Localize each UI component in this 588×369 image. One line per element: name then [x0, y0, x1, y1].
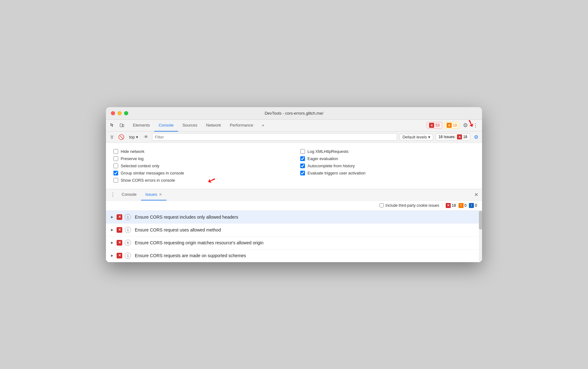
minimize-button[interactable] — [118, 111, 122, 115]
tab-network[interactable]: Network — [202, 120, 226, 132]
log-xhr-label: Log XMLHttpRequests — [307, 149, 349, 154]
issue-title-1: Ensure CORS request uses allowed method — [135, 227, 221, 232]
eye-icon[interactable]: 👁 — [143, 133, 150, 140]
error-icon: ✕ — [429, 123, 434, 128]
issues-error-icon: ✕ — [446, 203, 451, 208]
settings-left: Hide network Preserve log Selected conte… — [113, 148, 288, 184]
eager-eval-row: Eager evaluation — [300, 155, 475, 162]
close-button[interactable] — [111, 111, 115, 115]
selected-context-checkbox[interactable] — [113, 164, 118, 168]
settings-panel: Hide network Preserve log Selected conte… — [106, 143, 482, 189]
preserve-log-checkbox[interactable] — [113, 156, 118, 161]
context-selector[interactable]: top ▾ — [127, 134, 140, 140]
settings-right: Log XMLHttpRequests Eager evaluation Aut… — [300, 148, 475, 184]
clear-console-button[interactable] — [108, 133, 115, 140]
block-network-button[interactable]: 🚫 — [118, 133, 125, 140]
inspect-element-icon[interactable] — [108, 121, 117, 129]
log-xhr-checkbox[interactable] — [300, 149, 305, 154]
group-similar-checkbox[interactable] — [113, 171, 118, 175]
hide-network-label: Hide network — [121, 149, 144, 154]
issue-count-badge-2: 6 — [125, 240, 131, 246]
issues-info-icon: i — [469, 203, 474, 208]
devtools-window: DevTools - cors-errors.glitch.me/ — [106, 107, 482, 262]
issues-count-group: ✕ 18 ! 0 i 0 — [442, 203, 477, 208]
log-xhr-row: Log XMLHttpRequests — [300, 148, 475, 155]
issues-warn-count: ! 0 — [459, 203, 467, 208]
group-similar-row: Group similar messages in console — [113, 169, 288, 177]
errors-badge[interactable]: ✕ 53 — [427, 122, 442, 129]
context-dropdown-icon: ▾ — [136, 135, 138, 139]
show-cors-checkbox[interactable] — [113, 178, 118, 183]
console-settings-button[interactable]: ⚙ — [473, 133, 480, 141]
bottom-tab-issues[interactable]: Issues ✕ — [141, 189, 167, 200]
issue-row-2[interactable]: ▶ ✕ 6 Ensure CORS requesting origin matc… — [106, 236, 482, 249]
issues-filter-bar: Include third-party cookie issues ✕ 18 !… — [106, 200, 482, 211]
eager-eval-checkbox[interactable] — [300, 156, 305, 161]
warning-count: 18 — [453, 123, 457, 127]
issues-error-icon: ✕ — [457, 134, 462, 139]
close-issues-tab-button[interactable]: ✕ — [159, 192, 162, 197]
tab-bar: Elements Console Sources Network Perform… — [106, 120, 482, 132]
autocomplete-row: Autocomplete from history — [300, 162, 475, 169]
issues-button[interactable]: 18 Issues: ✕ 18 — [436, 133, 470, 140]
issue-count-badge-3: 1 — [125, 252, 131, 259]
issues-count: 18 — [463, 135, 467, 139]
autocomplete-checkbox[interactable] — [300, 164, 305, 168]
device-toolbar-icon[interactable] — [118, 121, 126, 129]
bottom-tab-console[interactable]: Console — [117, 189, 141, 200]
preserve-log-label: Preserve log — [121, 156, 144, 161]
cookie-issues-checkbox[interactable] — [380, 203, 384, 207]
settings-button[interactable]: ⚙ — [461, 121, 470, 129]
issues-error-count: ✕ 18 — [446, 203, 456, 208]
hide-network-row: Hide network — [113, 148, 288, 155]
svg-rect-1 — [123, 124, 124, 127]
default-levels-selector[interactable]: Default levels ▾ — [400, 134, 433, 140]
bottom-panel: ⋮ Console Issues ✕ ✕ Include third-party… — [106, 189, 482, 262]
maximize-button[interactable] — [124, 111, 128, 115]
show-cors-row: Show CORS errors in console ➘ — [113, 177, 288, 184]
preserve-log-row: Preserve log — [113, 155, 288, 162]
tab-bar-right: ✕ 53 ✕ 18 ⚙ ➘ ⋮ — [427, 121, 480, 129]
tab-performance[interactable]: Performance — [225, 120, 257, 132]
group-similar-label: Group similar messages in console — [121, 171, 184, 175]
bottom-tabs-right: ✕ — [473, 190, 480, 199]
panel-menu-button[interactable]: ⋮ — [108, 192, 117, 198]
context-label: top — [129, 135, 135, 139]
tab-more[interactable]: » — [258, 120, 269, 132]
issue-count-badge-0: 1 — [125, 214, 131, 220]
evaluate-triggers-checkbox[interactable] — [300, 171, 305, 175]
expand-arrow-0: ▶ — [111, 215, 113, 219]
bottom-tab-issues-label: Issues — [145, 192, 157, 197]
window-title: DevTools - cors-errors.glitch.me/ — [265, 111, 323, 116]
issue-row-3[interactable]: ▶ ✕ 1 Ensure CORS requests are made on s… — [106, 249, 482, 262]
issues-warn-icon: ! — [459, 203, 464, 208]
tab-sources[interactable]: Sources — [178, 120, 202, 132]
svg-rect-0 — [120, 124, 122, 127]
issue-error-icon-3: ✕ — [117, 253, 122, 258]
close-panel-button[interactable]: ✕ — [473, 190, 480, 199]
issue-row-1[interactable]: ▶ ✕ 1 Ensure CORS request uses allowed m… — [106, 224, 482, 236]
bottom-tab-console-label: Console — [122, 192, 137, 197]
warnings-badge[interactable]: ✕ 18 — [444, 122, 459, 129]
settings-grid: Hide network Preserve log Selected conte… — [113, 148, 475, 184]
expand-arrow-3: ▶ — [111, 254, 113, 257]
filter-input[interactable] — [152, 133, 397, 141]
tab-elements[interactable]: Elements — [129, 120, 154, 132]
tab-console[interactable]: Console — [154, 120, 178, 132]
issue-error-icon-0: ✕ — [117, 214, 122, 220]
title-bar: DevTools - cors-errors.glitch.me/ — [106, 107, 482, 120]
scrollbar-track[interactable] — [479, 211, 482, 262]
issue-row-0[interactable]: ▶ ✕ 1 Ensure CORS request includes only … — [106, 211, 482, 224]
issues-error-num: 18 — [452, 203, 456, 208]
issues-info-count: i 0 — [469, 203, 477, 208]
traffic-lights — [111, 111, 128, 115]
show-cors-label: Show CORS errors in console — [121, 178, 175, 183]
hide-network-checkbox[interactable] — [113, 149, 118, 154]
scrollbar-thumb[interactable] — [479, 211, 482, 230]
devtools-body: Elements Console Sources Network Perform… — [106, 120, 482, 262]
issues-warn-num: 0 — [465, 203, 467, 208]
console-toolbar: 🚫 top ▾ 👁 Default levels ▾ 18 Issues: ✕ … — [106, 132, 482, 143]
issue-error-icon-2: ✕ — [117, 240, 122, 246]
default-levels-label: Default levels — [402, 135, 427, 139]
more-options-button[interactable]: ⋮ — [471, 121, 480, 129]
